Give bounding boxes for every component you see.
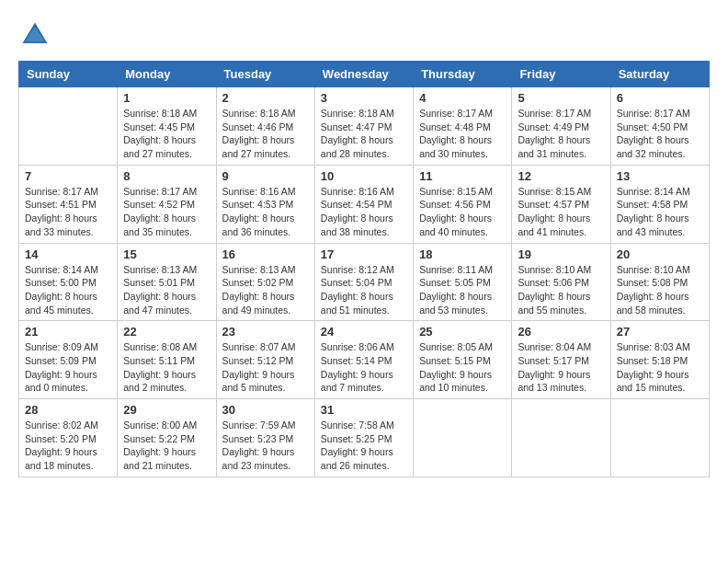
day-info: Sunrise: 8:04 AMSunset: 5:17 PMDaylight:… bbox=[518, 340, 604, 395]
day-number: 7 bbox=[25, 169, 111, 183]
calendar-day-25: 25Sunrise: 8:05 AMSunset: 5:15 PMDayligh… bbox=[414, 321, 512, 399]
calendar-day-18: 18Sunrise: 8:11 AMSunset: 5:05 PMDayligh… bbox=[414, 243, 512, 321]
day-info: Sunrise: 8:09 AMSunset: 5:09 PMDaylight:… bbox=[25, 340, 111, 395]
day-number: 14 bbox=[25, 247, 111, 261]
calendar-day-9: 9Sunrise: 8:16 AMSunset: 4:53 PMDaylight… bbox=[216, 165, 314, 243]
day-number: 12 bbox=[518, 169, 604, 183]
day-number: 5 bbox=[518, 91, 604, 105]
day-info: Sunrise: 8:00 AMSunset: 5:22 PMDaylight:… bbox=[123, 419, 210, 473]
day-number: 6 bbox=[617, 91, 703, 105]
weekday-header-monday: Monday bbox=[118, 62, 216, 87]
day-info: Sunrise: 8:03 AMSunset: 5:18 PMDaylight:… bbox=[617, 340, 703, 395]
calendar-day-30: 30Sunrise: 7:59 AMSunset: 5:23 PMDayligh… bbox=[216, 399, 314, 477]
day-number: 1 bbox=[123, 91, 210, 105]
day-info: Sunrise: 8:13 AMSunset: 5:02 PMDaylight:… bbox=[222, 263, 309, 317]
calendar-day-empty bbox=[19, 87, 118, 166]
calendar-day-21: 21Sunrise: 8:09 AMSunset: 5:09 PMDayligh… bbox=[19, 321, 118, 399]
day-info: Sunrise: 8:11 AMSunset: 5:05 PMDaylight:… bbox=[419, 263, 506, 317]
day-info: Sunrise: 8:17 AMSunset: 4:49 PMDaylight:… bbox=[518, 107, 604, 161]
day-number: 23 bbox=[222, 325, 309, 339]
day-number: 2 bbox=[222, 91, 309, 105]
calendar-day-14: 14Sunrise: 8:14 AMSunset: 5:00 PMDayligh… bbox=[19, 243, 118, 321]
calendar-day-13: 13Sunrise: 8:14 AMSunset: 4:58 PMDayligh… bbox=[610, 165, 709, 243]
calendar-day-29: 29Sunrise: 8:00 AMSunset: 5:22 PMDayligh… bbox=[118, 399, 216, 477]
day-info: Sunrise: 8:17 AMSunset: 4:48 PMDaylight:… bbox=[419, 107, 506, 161]
weekday-header-friday: Friday bbox=[512, 62, 610, 87]
calendar-day-22: 22Sunrise: 8:08 AMSunset: 5:11 PMDayligh… bbox=[118, 321, 216, 399]
calendar-day-26: 26Sunrise: 8:04 AMSunset: 5:17 PMDayligh… bbox=[512, 321, 610, 399]
day-number: 15 bbox=[123, 247, 210, 261]
day-number: 24 bbox=[321, 325, 407, 339]
calendar-day-2: 2Sunrise: 8:18 AMSunset: 4:46 PMDaylight… bbox=[216, 87, 314, 166]
calendar-day-empty bbox=[610, 399, 709, 477]
calendar-day-28: 28Sunrise: 8:02 AMSunset: 5:20 PMDayligh… bbox=[19, 399, 118, 477]
day-info: Sunrise: 8:18 AMSunset: 4:45 PMDaylight:… bbox=[123, 107, 210, 161]
calendar-day-15: 15Sunrise: 8:13 AMSunset: 5:01 PMDayligh… bbox=[118, 243, 216, 321]
calendar-week-row: 1Sunrise: 8:18 AMSunset: 4:45 PMDaylight… bbox=[19, 87, 710, 166]
day-number: 18 bbox=[419, 247, 506, 261]
calendar-day-16: 16Sunrise: 8:13 AMSunset: 5:02 PMDayligh… bbox=[216, 243, 314, 321]
day-number: 31 bbox=[321, 403, 407, 417]
calendar-day-31: 31Sunrise: 7:58 AMSunset: 5:25 PMDayligh… bbox=[314, 399, 413, 477]
day-number: 26 bbox=[518, 325, 604, 339]
day-number: 8 bbox=[123, 169, 210, 183]
day-number: 20 bbox=[617, 247, 703, 261]
calendar-week-row: 28Sunrise: 8:02 AMSunset: 5:20 PMDayligh… bbox=[19, 399, 710, 477]
calendar-day-4: 4Sunrise: 8:17 AMSunset: 4:48 PMDaylight… bbox=[414, 87, 512, 166]
calendar-day-23: 23Sunrise: 8:07 AMSunset: 5:12 PMDayligh… bbox=[216, 321, 314, 399]
calendar-day-24: 24Sunrise: 8:06 AMSunset: 5:14 PMDayligh… bbox=[314, 321, 413, 399]
weekday-header-saturday: Saturday bbox=[610, 62, 709, 87]
calendar-day-1: 1Sunrise: 8:18 AMSunset: 4:45 PMDaylight… bbox=[118, 87, 216, 166]
calendar-day-17: 17Sunrise: 8:12 AMSunset: 5:04 PMDayligh… bbox=[314, 243, 413, 321]
day-info: Sunrise: 7:58 AMSunset: 5:25 PMDaylight:… bbox=[321, 419, 407, 473]
calendar: SundayMondayTuesdayWednesdayThursdayFrid… bbox=[18, 61, 710, 477]
day-info: Sunrise: 8:10 AMSunset: 5:06 PMDaylight:… bbox=[518, 263, 604, 317]
day-number: 13 bbox=[617, 169, 703, 183]
day-number: 28 bbox=[25, 403, 111, 417]
day-info: Sunrise: 8:17 AMSunset: 4:52 PMDaylight:… bbox=[123, 185, 210, 239]
calendar-day-7: 7Sunrise: 8:17 AMSunset: 4:51 PMDaylight… bbox=[19, 165, 118, 243]
calendar-week-row: 21Sunrise: 8:09 AMSunset: 5:09 PMDayligh… bbox=[19, 321, 710, 399]
day-info: Sunrise: 8:18 AMSunset: 4:47 PMDaylight:… bbox=[321, 107, 407, 161]
day-number: 27 bbox=[617, 325, 703, 339]
day-number: 22 bbox=[123, 325, 210, 339]
day-number: 16 bbox=[222, 247, 309, 261]
calendar-day-6: 6Sunrise: 8:17 AMSunset: 4:50 PMDaylight… bbox=[610, 87, 709, 166]
logo bbox=[18, 18, 55, 52]
calendar-week-row: 14Sunrise: 8:14 AMSunset: 5:00 PMDayligh… bbox=[19, 243, 710, 321]
day-info: Sunrise: 8:18 AMSunset: 4:46 PMDaylight:… bbox=[222, 107, 309, 161]
calendar-day-11: 11Sunrise: 8:15 AMSunset: 4:56 PMDayligh… bbox=[414, 165, 512, 243]
day-info: Sunrise: 8:13 AMSunset: 5:01 PMDaylight:… bbox=[123, 263, 210, 317]
calendar-day-empty bbox=[414, 399, 512, 477]
calendar-day-empty bbox=[512, 399, 610, 477]
day-info: Sunrise: 8:12 AMSunset: 5:04 PMDaylight:… bbox=[321, 263, 407, 317]
day-info: Sunrise: 8:14 AMSunset: 5:00 PMDaylight:… bbox=[25, 263, 111, 317]
day-number: 3 bbox=[321, 91, 407, 105]
calendar-day-20: 20Sunrise: 8:10 AMSunset: 5:08 PMDayligh… bbox=[610, 243, 709, 321]
day-number: 30 bbox=[222, 403, 309, 417]
day-number: 19 bbox=[518, 247, 604, 261]
day-number: 21 bbox=[25, 325, 111, 339]
day-number: 25 bbox=[419, 325, 506, 339]
day-info: Sunrise: 8:06 AMSunset: 5:14 PMDaylight:… bbox=[321, 340, 407, 395]
day-info: Sunrise: 8:05 AMSunset: 5:15 PMDaylight:… bbox=[419, 340, 506, 395]
calendar-day-8: 8Sunrise: 8:17 AMSunset: 4:52 PMDaylight… bbox=[118, 165, 216, 243]
day-number: 11 bbox=[419, 169, 506, 183]
day-info: Sunrise: 8:15 AMSunset: 4:57 PMDaylight:… bbox=[518, 185, 604, 239]
weekday-header-wednesday: Wednesday bbox=[314, 62, 413, 87]
day-number: 29 bbox=[123, 403, 210, 417]
day-info: Sunrise: 8:15 AMSunset: 4:56 PMDaylight:… bbox=[419, 185, 506, 239]
calendar-day-12: 12Sunrise: 8:15 AMSunset: 4:57 PMDayligh… bbox=[512, 165, 610, 243]
day-number: 9 bbox=[222, 169, 309, 183]
weekday-header-sunday: Sunday bbox=[19, 62, 118, 87]
day-info: Sunrise: 8:10 AMSunset: 5:08 PMDaylight:… bbox=[617, 263, 703, 317]
calendar-day-3: 3Sunrise: 8:18 AMSunset: 4:47 PMDaylight… bbox=[314, 87, 413, 166]
weekday-header-tuesday: Tuesday bbox=[216, 62, 314, 87]
logo-icon bbox=[18, 18, 51, 52]
calendar-day-27: 27Sunrise: 8:03 AMSunset: 5:18 PMDayligh… bbox=[610, 321, 709, 399]
calendar-day-10: 10Sunrise: 8:16 AMSunset: 4:54 PMDayligh… bbox=[314, 165, 413, 243]
calendar-week-row: 7Sunrise: 8:17 AMSunset: 4:51 PMDaylight… bbox=[19, 165, 710, 243]
day-info: Sunrise: 8:14 AMSunset: 4:58 PMDaylight:… bbox=[617, 185, 703, 239]
weekday-header-thursday: Thursday bbox=[414, 62, 512, 87]
day-info: Sunrise: 7:59 AMSunset: 5:23 PMDaylight:… bbox=[222, 419, 309, 473]
